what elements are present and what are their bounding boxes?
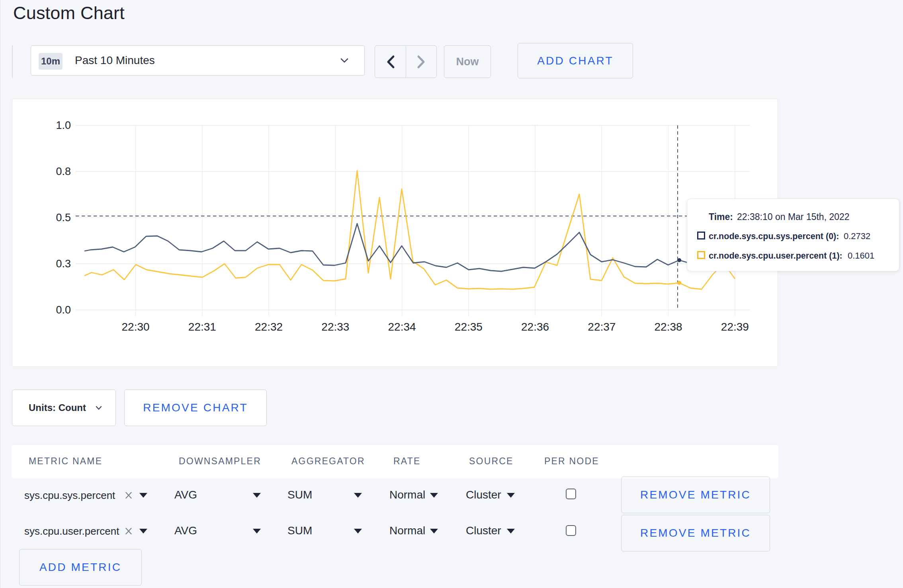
- svg-text:22:32: 22:32: [255, 321, 283, 333]
- svg-text:0.8: 0.8: [56, 165, 71, 177]
- svg-text:0.0: 0.0: [56, 304, 71, 316]
- svg-text:22:30: 22:30: [122, 321, 150, 333]
- svg-text:22:35: 22:35: [455, 321, 483, 333]
- svg-text:0.5: 0.5: [56, 212, 71, 224]
- svg-text:22:31: 22:31: [188, 321, 216, 333]
- svg-text:22:39: 22:39: [721, 321, 749, 333]
- svg-text:22:37: 22:37: [588, 321, 616, 333]
- svg-text:22:33: 22:33: [321, 321, 349, 333]
- svg-text:22:38: 22:38: [655, 321, 682, 333]
- svg-text:0.3: 0.3: [56, 258, 71, 270]
- svg-text:22:34: 22:34: [388, 321, 416, 333]
- svg-text:22:36: 22:36: [521, 321, 549, 333]
- svg-text:1.0: 1.0: [56, 119, 71, 131]
